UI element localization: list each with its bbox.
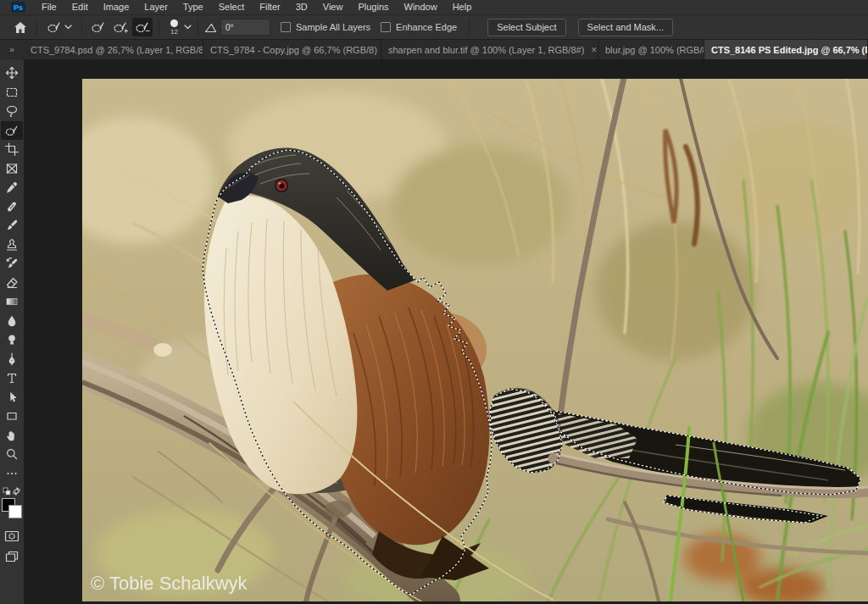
tool-stamp[interactable] bbox=[1, 236, 23, 255]
eyedropper-icon bbox=[5, 180, 19, 194]
angle-input[interactable]: 0° bbox=[220, 19, 270, 36]
chevron-down-icon[interactable] bbox=[184, 25, 192, 30]
menu-edit[interactable]: Edit bbox=[64, 0, 96, 14]
tool-blur[interactable] bbox=[1, 312, 23, 331]
tool-bar bbox=[0, 59, 24, 604]
sample-all-layers-label: Sample All Layers bbox=[296, 22, 370, 32]
swap-colors-icon[interactable] bbox=[12, 487, 21, 496]
selection-mode-group bbox=[88, 18, 153, 36]
menu-bar: Ps FileEditImageLayerTypeSelectFilter3DV… bbox=[0, 0, 868, 15]
document-tab-2[interactable]: CTS_9784 - Copy.jpg @ 66,7% (RGB/8)× bbox=[203, 40, 381, 59]
lasso-icon bbox=[5, 104, 19, 118]
subtract-selection-icon bbox=[135, 20, 150, 34]
frame-icon bbox=[5, 162, 19, 175]
enhance-edge-checkbox[interactable] bbox=[381, 22, 391, 32]
sample-all-layers-checkbox[interactable] bbox=[281, 22, 291, 32]
crop-icon bbox=[5, 142, 19, 156]
tool-hand[interactable] bbox=[1, 426, 23, 446]
menu-select[interactable]: Select bbox=[211, 0, 253, 14]
enhance-edge-option[interactable]: Enhance Edge bbox=[381, 22, 457, 32]
quick-mask-icon[interactable] bbox=[4, 530, 19, 542]
menu-type[interactable]: Type bbox=[175, 0, 211, 14]
zoom-icon bbox=[5, 447, 19, 461]
tool-eraser[interactable] bbox=[1, 274, 23, 293]
tab-label: CTS_8146 PS Edited.jpg @ 66,7% (RGB/8 bbox=[711, 45, 868, 55]
blur-icon bbox=[5, 314, 19, 328]
screen-mode-icon[interactable] bbox=[5, 551, 19, 562]
canvas-area: © Tobie Schalkwyk bbox=[24, 59, 868, 604]
tool-gradient[interactable] bbox=[1, 292, 23, 312]
tool-lasso[interactable] bbox=[1, 102, 23, 121]
shape-icon bbox=[5, 409, 19, 423]
tool-marquee[interactable] bbox=[1, 83, 23, 103]
tool-preset-picker[interactable] bbox=[43, 17, 75, 37]
menu-window[interactable]: Window bbox=[397, 0, 445, 14]
subtract-from-selection-button[interactable] bbox=[132, 18, 153, 36]
gradient-icon bbox=[5, 295, 19, 308]
tool-frame[interactable] bbox=[1, 159, 23, 179]
tool-brush[interactable] bbox=[1, 216, 23, 236]
tool-eyedropper[interactable] bbox=[1, 178, 23, 197]
tool-type[interactable] bbox=[1, 368, 23, 388]
select-subject-button[interactable]: Select Subject bbox=[487, 19, 565, 36]
document-tab-4[interactable]: blur.jpg @ 100% (RGB/8#)× bbox=[598, 40, 704, 59]
divider bbox=[36, 19, 37, 36]
tab-label: sharpen and blur.tif @ 100% (Layer 1, RG… bbox=[388, 45, 584, 55]
tab-label: blur.jpg @ 100% (RGB/8#) bbox=[605, 45, 704, 55]
tool-object-selection[interactable] bbox=[1, 121, 23, 141]
menu-items: FileEditImageLayerTypeSelectFilter3DView… bbox=[34, 0, 479, 14]
menu-plugins[interactable]: Plugins bbox=[350, 0, 396, 14]
menu-3d[interactable]: 3D bbox=[288, 0, 315, 14]
brush-size-value: 12 bbox=[170, 29, 178, 36]
select-and-mask-button[interactable]: Select and Mask... bbox=[578, 19, 674, 36]
default-colors-icon[interactable] bbox=[3, 487, 11, 496]
document-tab-3[interactable]: sharpen and blur.tif @ 100% (Layer 1, RG… bbox=[381, 40, 598, 59]
chevron-down-icon bbox=[64, 25, 72, 30]
document-tab-1[interactable]: CTS_9784.psd @ 26,7% (Layer 1, RGB/8)× bbox=[24, 40, 203, 59]
sample-all-layers-option[interactable]: Sample All Layers bbox=[281, 22, 370, 32]
new-selection-button[interactable] bbox=[88, 18, 108, 36]
tool-path-select[interactable] bbox=[1, 388, 23, 407]
tool-crop[interactable] bbox=[1, 140, 23, 159]
menu-filter[interactable]: Filter bbox=[252, 0, 287, 14]
tab-label: CTS_9784.psd @ 26,7% (Layer 1, RGB/8) bbox=[31, 45, 203, 55]
brush-size-picker[interactable]: 12 bbox=[170, 19, 178, 36]
marquee-icon bbox=[5, 86, 19, 99]
home-icon bbox=[14, 21, 27, 34]
menu-view[interactable]: View bbox=[315, 0, 351, 14]
tool-healing[interactable] bbox=[1, 197, 23, 217]
background-color-swatch[interactable] bbox=[8, 505, 22, 518]
edit-toolbar-icon bbox=[5, 467, 19, 480]
angle-icon bbox=[204, 22, 217, 33]
tool-shape[interactable] bbox=[1, 407, 23, 426]
menu-layer[interactable]: Layer bbox=[136, 0, 175, 14]
toolbar-bottom-icons bbox=[4, 530, 19, 562]
watermark-text: © Tobie Schalkwyk bbox=[91, 573, 248, 594]
path-select-icon bbox=[5, 391, 19, 404]
menu-image[interactable]: Image bbox=[96, 0, 137, 14]
document-tab-5[interactable]: CTS_8146 PS Edited.jpg @ 66,7% (RGB/8× bbox=[704, 40, 868, 59]
tool-pen[interactable] bbox=[1, 350, 23, 369]
color-swatches bbox=[2, 498, 22, 518]
tool-move[interactable] bbox=[1, 64, 23, 83]
divider bbox=[159, 19, 159, 36]
tool-zoom[interactable] bbox=[1, 445, 23, 464]
document-tab-bar: » CTS_9784.psd @ 26,7% (Layer 1, RGB/8)×… bbox=[0, 40, 868, 60]
menu-file[interactable]: File bbox=[34, 0, 64, 14]
hand-icon bbox=[5, 429, 19, 442]
tab-overflow-button[interactable]: » bbox=[0, 40, 24, 59]
dodge-icon bbox=[5, 333, 19, 346]
divider bbox=[198, 19, 198, 36]
tab-close-icon[interactable]: × bbox=[591, 44, 597, 56]
new-selection-icon bbox=[91, 20, 106, 34]
home-button[interactable] bbox=[10, 17, 31, 37]
menu-help[interactable]: Help bbox=[445, 0, 480, 14]
eraser-icon bbox=[5, 276, 19, 290]
history-brush-icon bbox=[5, 257, 19, 270]
tool-history-brush[interactable] bbox=[1, 254, 23, 274]
tool-edit-toolbar[interactable] bbox=[1, 464, 23, 484]
tool-dodge[interactable] bbox=[1, 330, 23, 350]
add-to-selection-button[interactable] bbox=[110, 18, 131, 36]
brush-icon bbox=[5, 219, 19, 232]
document-canvas[interactable]: © Tobie Schalkwyk bbox=[82, 79, 868, 601]
